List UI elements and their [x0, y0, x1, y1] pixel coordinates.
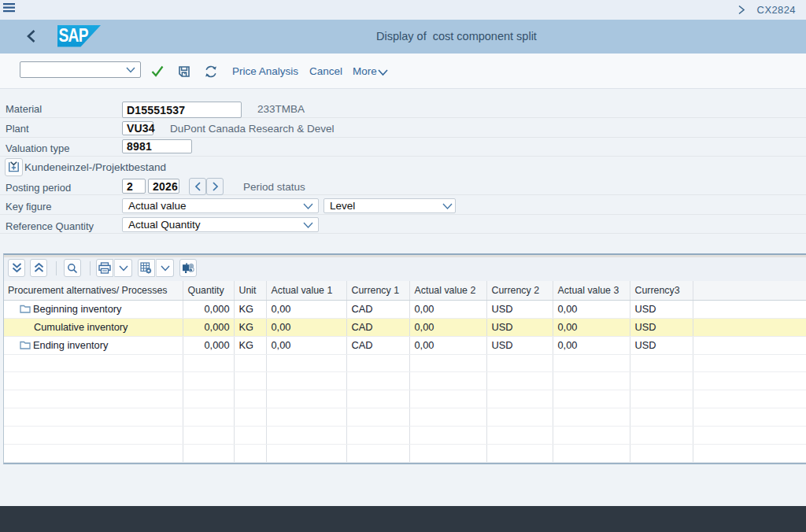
svg-text:SAP: SAP	[59, 25, 88, 46]
